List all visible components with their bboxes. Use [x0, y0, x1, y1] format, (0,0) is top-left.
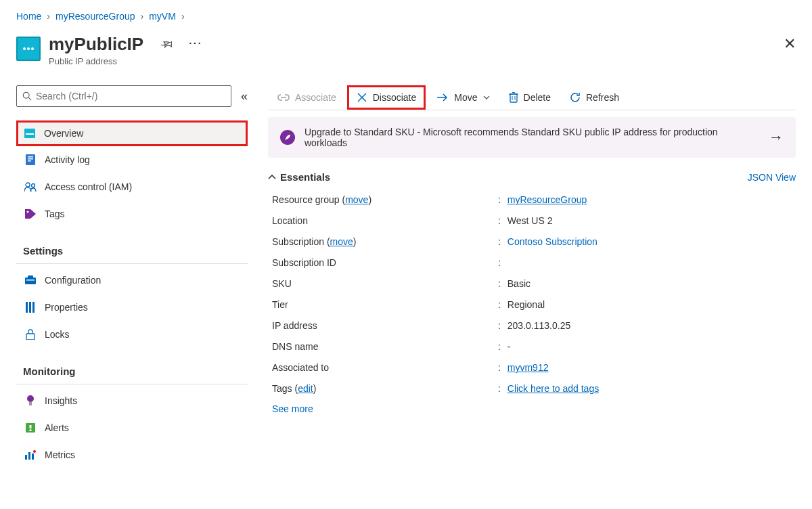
- resource-group-link[interactable]: myResourceGroup: [508, 194, 587, 205]
- search-input[interactable]: [36, 91, 225, 102]
- svg-line-1: [28, 97, 31, 100]
- move-button[interactable]: Move: [427, 85, 499, 110]
- sidebar-item-metrics[interactable]: Metrics: [16, 441, 248, 468]
- svg-point-10: [27, 211, 29, 213]
- refresh-icon: [570, 92, 581, 103]
- chevron-right-icon: ›: [181, 11, 185, 22]
- svg-point-9: [32, 184, 35, 187]
- svg-rect-16: [32, 302, 35, 313]
- sidebar-item-access-control[interactable]: Access control (IAM): [16, 173, 248, 200]
- ess-label: Subscription ID: [268, 257, 498, 268]
- properties-icon: [24, 301, 37, 313]
- refresh-button[interactable]: Refresh: [560, 85, 629, 110]
- sidebar-item-label: Tags: [45, 208, 65, 219]
- sidebar-item-label: Overview: [44, 128, 83, 139]
- sidebar-item-locks[interactable]: Locks: [16, 321, 248, 348]
- ess-label: Tier: [268, 299, 498, 310]
- associate-button: Associate: [268, 85, 346, 110]
- essentials-toggle[interactable]: Essentials: [268, 171, 330, 183]
- essentials-row-tags: Tags (edit) Click here to add tags: [268, 378, 796, 399]
- insights-icon: [24, 395, 37, 407]
- essentials-row-tier: Tier Regional: [268, 294, 796, 315]
- essentials-row-sku: SKU Basic: [268, 273, 796, 294]
- essentials-heading: Essentials: [280, 171, 330, 183]
- ess-label: Tags (: [272, 383, 298, 394]
- sidebar-item-properties[interactable]: Properties: [16, 294, 248, 321]
- ess-label: Associated to: [268, 362, 498, 373]
- sidebar-item-insights[interactable]: Insights: [16, 387, 248, 414]
- svg-rect-30: [510, 94, 517, 102]
- sidebar-item-configuration[interactable]: Configuration: [16, 267, 248, 294]
- access-control-icon: [24, 181, 37, 193]
- svg-point-0: [23, 92, 29, 98]
- subscription-link[interactable]: Contoso Subscription: [508, 236, 597, 247]
- associated-link[interactable]: myvm912: [508, 362, 549, 373]
- chevron-right-icon: ›: [47, 11, 50, 22]
- sidebar-item-activity-log[interactable]: Activity log: [16, 146, 248, 173]
- resource-type-label: Public IP address: [49, 56, 143, 66]
- svg-rect-15: [29, 302, 31, 313]
- essentials-row-location: Location West US 2: [268, 211, 796, 231]
- toolbar-label: Refresh: [586, 92, 619, 103]
- pin-icon[interactable]: [161, 38, 173, 52]
- essentials-row-dns: DNS name -: [268, 336, 796, 357]
- breadcrumb-resourcegroup[interactable]: myResourceGroup: [55, 11, 135, 22]
- svg-rect-19: [29, 402, 32, 405]
- link-icon: [277, 93, 290, 102]
- svg-rect-17: [26, 334, 35, 340]
- arrow-right-icon: [436, 93, 449, 102]
- dissociate-button[interactable]: Dissociate: [347, 85, 426, 110]
- ess-value: Basic: [498, 278, 796, 289]
- move-link[interactable]: move: [345, 194, 368, 205]
- json-view-link[interactable]: JSON View: [748, 172, 796, 183]
- chevron-down-icon: [483, 95, 490, 99]
- close-icon[interactable]: ✕: [784, 35, 796, 53]
- breadcrumb-vm[interactable]: myVM: [149, 11, 176, 22]
- svg-rect-12: [28, 275, 33, 278]
- sidebar-item-label: Metrics: [45, 449, 75, 460]
- breadcrumb: Home › myResourceGroup › myVM ›: [16, 11, 796, 22]
- svg-point-8: [26, 183, 30, 187]
- trash-icon: [509, 92, 518, 103]
- breadcrumb-home[interactable]: Home: [16, 11, 41, 22]
- toolbar-label: Dissociate: [373, 92, 417, 103]
- page-title: myPublicIP: [49, 34, 143, 55]
- rocket-icon: [280, 130, 295, 145]
- toolbar-label: Delete: [524, 92, 551, 103]
- sidebar-item-label: Insights: [45, 395, 77, 406]
- toolbar-label: Associate: [295, 92, 336, 103]
- essentials-row-resource-group: Resource group (move) myResourceGroup: [268, 190, 796, 211]
- nav-heading-settings: Settings: [16, 240, 248, 264]
- sidebar-item-label: Access control (IAM): [45, 181, 132, 192]
- search-icon: [22, 91, 32, 101]
- svg-rect-7: [28, 160, 31, 162]
- svg-rect-24: [28, 452, 30, 460]
- essentials-row-associated: Associated to myvm912: [268, 357, 796, 378]
- more-icon[interactable]: ⋯: [188, 38, 203, 47]
- overview-icon: [24, 127, 36, 139]
- collapse-icon[interactable]: «: [241, 89, 248, 104]
- ess-value: Regional: [498, 299, 796, 310]
- svg-rect-14: [26, 302, 28, 313]
- sidebar-item-label: Alerts: [45, 422, 69, 433]
- see-more-link[interactable]: See more: [268, 399, 796, 414]
- sidebar-item-tags[interactable]: Tags: [16, 200, 248, 227]
- add-tags-link[interactable]: Click here to add tags: [508, 383, 599, 394]
- arrow-right-icon: →: [769, 129, 784, 146]
- delete-button[interactable]: Delete: [499, 85, 560, 110]
- sidebar-item-alerts[interactable]: Alerts: [16, 414, 248, 441]
- search-input-wrap[interactable]: [16, 85, 231, 107]
- essentials-row-ip: IP address 203.0.113.0.25: [268, 315, 796, 336]
- ess-label: SKU: [268, 278, 498, 289]
- upgrade-banner[interactable]: Upgrade to Standard SKU - Microsoft reco…: [268, 117, 796, 158]
- move-link[interactable]: move: [330, 236, 353, 247]
- svg-rect-13: [26, 280, 35, 281]
- chevron-up-icon: [268, 175, 276, 180]
- chevron-right-icon: ›: [141, 11, 144, 22]
- sidebar-item-overview[interactable]: Overview: [16, 120, 248, 146]
- svg-rect-6: [28, 158, 33, 160]
- edit-link[interactable]: edit: [298, 383, 313, 394]
- nav-heading-monitoring: Monitoring: [16, 360, 248, 384]
- svg-rect-23: [25, 455, 27, 460]
- sidebar-item-label: Activity log: [45, 154, 90, 165]
